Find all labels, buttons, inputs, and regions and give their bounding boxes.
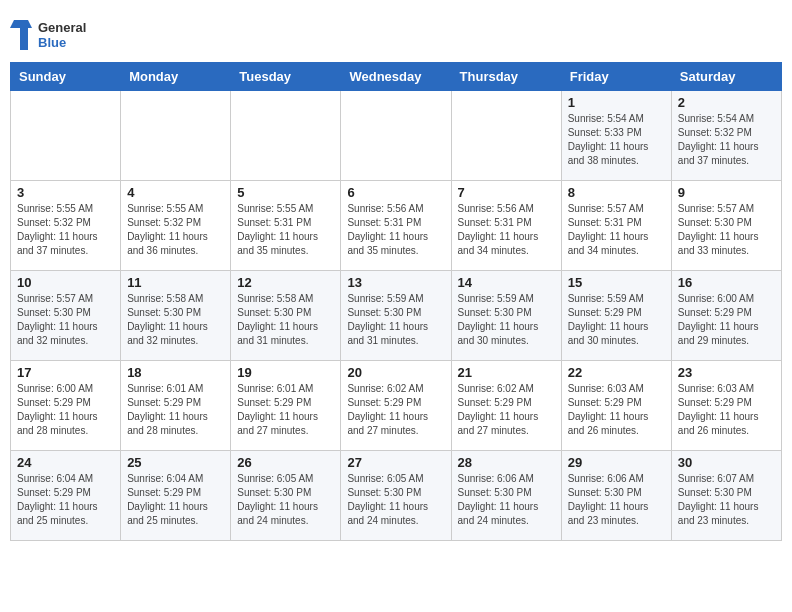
svg-marker-2 (10, 20, 32, 50)
week-row-3: 10Sunrise: 5:57 AM Sunset: 5:30 PM Dayli… (11, 271, 782, 361)
weekday-header-sunday: Sunday (11, 63, 121, 91)
calendar-table: SundayMondayTuesdayWednesdayThursdayFrid… (10, 62, 782, 541)
day-info: Sunrise: 6:01 AM Sunset: 5:29 PM Dayligh… (127, 382, 224, 438)
day-cell: 26Sunrise: 6:05 AM Sunset: 5:30 PM Dayli… (231, 451, 341, 541)
day-info: Sunrise: 5:56 AM Sunset: 5:31 PM Dayligh… (458, 202, 555, 258)
day-number: 10 (17, 275, 114, 290)
day-info: Sunrise: 6:05 AM Sunset: 5:30 PM Dayligh… (347, 472, 444, 528)
week-row-2: 3Sunrise: 5:55 AM Sunset: 5:32 PM Daylig… (11, 181, 782, 271)
svg-text:General: General (38, 20, 86, 35)
day-number: 29 (568, 455, 665, 470)
day-cell: 4Sunrise: 5:55 AM Sunset: 5:32 PM Daylig… (121, 181, 231, 271)
day-cell: 22Sunrise: 6:03 AM Sunset: 5:29 PM Dayli… (561, 361, 671, 451)
weekday-header-tuesday: Tuesday (231, 63, 341, 91)
day-cell: 29Sunrise: 6:06 AM Sunset: 5:30 PM Dayli… (561, 451, 671, 541)
day-cell: 1Sunrise: 5:54 AM Sunset: 5:33 PM Daylig… (561, 91, 671, 181)
week-row-4: 17Sunrise: 6:00 AM Sunset: 5:29 PM Dayli… (11, 361, 782, 451)
day-number: 5 (237, 185, 334, 200)
day-info: Sunrise: 6:06 AM Sunset: 5:30 PM Dayligh… (458, 472, 555, 528)
page-header: General Blue (10, 10, 782, 54)
day-cell (121, 91, 231, 181)
day-cell (341, 91, 451, 181)
day-number: 21 (458, 365, 555, 380)
weekday-header-friday: Friday (561, 63, 671, 91)
day-info: Sunrise: 6:04 AM Sunset: 5:29 PM Dayligh… (127, 472, 224, 528)
day-info: Sunrise: 5:57 AM Sunset: 5:31 PM Dayligh… (568, 202, 665, 258)
day-info: Sunrise: 5:59 AM Sunset: 5:30 PM Dayligh… (458, 292, 555, 348)
weekday-header-wednesday: Wednesday (341, 63, 451, 91)
day-cell (451, 91, 561, 181)
day-cell: 21Sunrise: 6:02 AM Sunset: 5:29 PM Dayli… (451, 361, 561, 451)
day-cell: 17Sunrise: 6:00 AM Sunset: 5:29 PM Dayli… (11, 361, 121, 451)
day-cell: 24Sunrise: 6:04 AM Sunset: 5:29 PM Dayli… (11, 451, 121, 541)
week-row-5: 24Sunrise: 6:04 AM Sunset: 5:29 PM Dayli… (11, 451, 782, 541)
day-cell: 25Sunrise: 6:04 AM Sunset: 5:29 PM Dayli… (121, 451, 231, 541)
day-cell: 27Sunrise: 6:05 AM Sunset: 5:30 PM Dayli… (341, 451, 451, 541)
day-cell: 2Sunrise: 5:54 AM Sunset: 5:32 PM Daylig… (671, 91, 781, 181)
weekday-header-row: SundayMondayTuesdayWednesdayThursdayFrid… (11, 63, 782, 91)
weekday-header-monday: Monday (121, 63, 231, 91)
weekday-header-thursday: Thursday (451, 63, 561, 91)
day-info: Sunrise: 5:54 AM Sunset: 5:33 PM Dayligh… (568, 112, 665, 168)
day-number: 26 (237, 455, 334, 470)
day-info: Sunrise: 6:04 AM Sunset: 5:29 PM Dayligh… (17, 472, 114, 528)
day-number: 11 (127, 275, 224, 290)
day-number: 17 (17, 365, 114, 380)
weekday-header-saturday: Saturday (671, 63, 781, 91)
day-cell: 23Sunrise: 6:03 AM Sunset: 5:29 PM Dayli… (671, 361, 781, 451)
day-cell: 18Sunrise: 6:01 AM Sunset: 5:29 PM Dayli… (121, 361, 231, 451)
day-info: Sunrise: 5:58 AM Sunset: 5:30 PM Dayligh… (127, 292, 224, 348)
day-number: 15 (568, 275, 665, 290)
day-number: 24 (17, 455, 114, 470)
day-number: 8 (568, 185, 665, 200)
day-number: 7 (458, 185, 555, 200)
day-number: 6 (347, 185, 444, 200)
day-cell: 16Sunrise: 6:00 AM Sunset: 5:29 PM Dayli… (671, 271, 781, 361)
day-info: Sunrise: 5:55 AM Sunset: 5:32 PM Dayligh… (17, 202, 114, 258)
day-number: 2 (678, 95, 775, 110)
day-info: Sunrise: 6:00 AM Sunset: 5:29 PM Dayligh… (17, 382, 114, 438)
day-cell: 12Sunrise: 5:58 AM Sunset: 5:30 PM Dayli… (231, 271, 341, 361)
day-info: Sunrise: 6:03 AM Sunset: 5:29 PM Dayligh… (568, 382, 665, 438)
day-info: Sunrise: 5:59 AM Sunset: 5:29 PM Dayligh… (568, 292, 665, 348)
day-info: Sunrise: 5:55 AM Sunset: 5:31 PM Dayligh… (237, 202, 334, 258)
week-row-1: 1Sunrise: 5:54 AM Sunset: 5:33 PM Daylig… (11, 91, 782, 181)
day-cell: 10Sunrise: 5:57 AM Sunset: 5:30 PM Dayli… (11, 271, 121, 361)
day-cell: 20Sunrise: 6:02 AM Sunset: 5:29 PM Dayli… (341, 361, 451, 451)
day-info: Sunrise: 6:06 AM Sunset: 5:30 PM Dayligh… (568, 472, 665, 528)
day-info: Sunrise: 5:57 AM Sunset: 5:30 PM Dayligh… (17, 292, 114, 348)
day-cell: 7Sunrise: 5:56 AM Sunset: 5:31 PM Daylig… (451, 181, 561, 271)
day-number: 1 (568, 95, 665, 110)
day-number: 13 (347, 275, 444, 290)
day-number: 9 (678, 185, 775, 200)
day-cell (11, 91, 121, 181)
day-number: 28 (458, 455, 555, 470)
day-number: 18 (127, 365, 224, 380)
logo: General Blue (10, 16, 100, 54)
day-number: 20 (347, 365, 444, 380)
day-cell: 5Sunrise: 5:55 AM Sunset: 5:31 PM Daylig… (231, 181, 341, 271)
day-info: Sunrise: 5:56 AM Sunset: 5:31 PM Dayligh… (347, 202, 444, 258)
day-cell (231, 91, 341, 181)
day-cell: 13Sunrise: 5:59 AM Sunset: 5:30 PM Dayli… (341, 271, 451, 361)
day-info: Sunrise: 5:57 AM Sunset: 5:30 PM Dayligh… (678, 202, 775, 258)
day-number: 19 (237, 365, 334, 380)
day-info: Sunrise: 6:02 AM Sunset: 5:29 PM Dayligh… (458, 382, 555, 438)
day-number: 25 (127, 455, 224, 470)
day-number: 23 (678, 365, 775, 380)
day-cell: 9Sunrise: 5:57 AM Sunset: 5:30 PM Daylig… (671, 181, 781, 271)
day-info: Sunrise: 6:01 AM Sunset: 5:29 PM Dayligh… (237, 382, 334, 438)
day-info: Sunrise: 5:59 AM Sunset: 5:30 PM Dayligh… (347, 292, 444, 348)
day-cell: 30Sunrise: 6:07 AM Sunset: 5:30 PM Dayli… (671, 451, 781, 541)
day-info: Sunrise: 6:03 AM Sunset: 5:29 PM Dayligh… (678, 382, 775, 438)
day-cell: 6Sunrise: 5:56 AM Sunset: 5:31 PM Daylig… (341, 181, 451, 271)
day-number: 12 (237, 275, 334, 290)
day-info: Sunrise: 6:07 AM Sunset: 5:30 PM Dayligh… (678, 472, 775, 528)
day-number: 22 (568, 365, 665, 380)
day-cell: 14Sunrise: 5:59 AM Sunset: 5:30 PM Dayli… (451, 271, 561, 361)
day-cell: 19Sunrise: 6:01 AM Sunset: 5:29 PM Dayli… (231, 361, 341, 451)
day-cell: 8Sunrise: 5:57 AM Sunset: 5:31 PM Daylig… (561, 181, 671, 271)
day-info: Sunrise: 5:58 AM Sunset: 5:30 PM Dayligh… (237, 292, 334, 348)
logo-icon: General Blue (10, 16, 100, 54)
day-info: Sunrise: 5:54 AM Sunset: 5:32 PM Dayligh… (678, 112, 775, 168)
